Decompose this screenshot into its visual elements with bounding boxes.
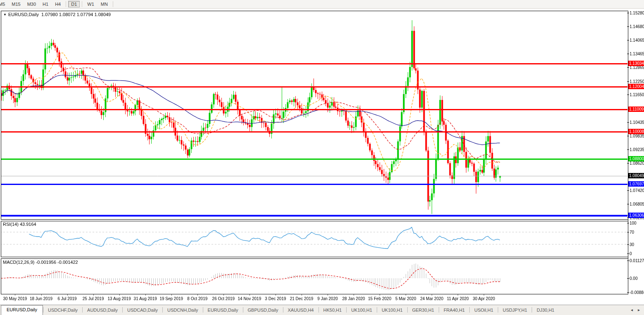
timeframe-button-mn[interactable]: MN: [98, 1, 111, 7]
date-axis-label: 5 Mar 2020: [395, 296, 416, 301]
macd-axis-label: 0.011277: [630, 258, 644, 263]
timeframe-button-m15[interactable]: M15: [9, 1, 23, 7]
tab-ger30-h1[interactable]: GER30,H1: [408, 306, 439, 315]
date-axis-label: 18 Jun 2019: [30, 296, 52, 301]
chart-symbol: EURUSD,Daily: [8, 12, 39, 17]
date-axis-label: 9 Jan 2020: [317, 296, 338, 301]
date-axis-label: 8 Oct 2019: [187, 296, 207, 301]
price-axis-label: 1.13465: [630, 52, 644, 56]
date-axis-label: 11 Apr 2020: [447, 296, 469, 301]
symbol-tab-bar: EURUSD,DailyUSDCHF,DailyAUDUSD,DailyUSDC…: [0, 305, 644, 315]
date-axis-label: 19 Sep 2019: [159, 296, 183, 301]
price-axis-label: 1.12250: [630, 79, 644, 84]
current-price-badge: 1.08049: [628, 173, 644, 178]
macd-axis-label: 0.00: [630, 276, 637, 281]
rsi-axis-label: 0: [630, 251, 632, 256]
price-axis-label: 1.11650: [630, 92, 644, 97]
date-axis-label: 31 Aug 2019: [134, 296, 157, 301]
tab-usdcad-daily[interactable]: USDCAD,Daily: [123, 306, 162, 315]
tab-scroll-left-icon[interactable]: ◂: [631, 308, 633, 312]
date-axis-label: 28 Jan 2020: [342, 296, 365, 301]
date-axis-label: 26 Oct 2019: [212, 296, 235, 301]
tab-scroll-arrows: ◂▸: [631, 308, 644, 315]
macd-axis-label: -0.00884: [630, 290, 644, 295]
price-axis-label: 1.08620: [630, 161, 644, 166]
price-axis-label: 1.06805: [630, 202, 644, 206]
price-axis-label: 1.14680: [630, 24, 644, 29]
tab-gbpusd-daily[interactable]: GBPUSD,Daily: [243, 306, 283, 315]
rsi-axis-label: 30: [630, 242, 634, 247]
chart-title: ▼EURUSD,Daily 1.07980 1.08072 1.07794 1.…: [3, 12, 111, 17]
date-axis-label: 30 May 2019: [3, 296, 27, 301]
date-axis-label: 13 Aug 2019: [108, 296, 131, 301]
timeframe-button-d1[interactable]: D1: [68, 1, 80, 7]
price-axis-label: 1.15280: [630, 11, 644, 15]
toolbar-separator: [66, 1, 66, 7]
rsi-axis-label: 70: [630, 230, 634, 234]
price-level-badge: 1.07697: [628, 181, 644, 187]
rsi-label: RSI(14) 43.9164: [3, 222, 36, 227]
date-axis-label: 25 Jul 2019: [83, 296, 104, 301]
price-level-badge: 1.11009: [628, 107, 644, 112]
chart-dropdown-icon: ▼: [3, 13, 7, 17]
timeframe-button-w1[interactable]: W1: [84, 1, 97, 7]
tab-xauusd-h4[interactable]: XAUUSD,H4: [283, 306, 318, 315]
date-axis-label: 24 Mar 2020: [420, 296, 443, 301]
chart-ohlc-values: 1.07980 1.08072 1.07794 1.08049: [41, 12, 111, 17]
tab-eurusd-daily[interactable]: EURUSD,Daily: [203, 306, 243, 315]
tab-eurusd-daily[interactable]: EURUSD,Daily: [1, 305, 43, 315]
price-level-badge: 1.06306: [628, 213, 644, 218]
timeframe-button-h1[interactable]: H1: [40, 1, 51, 7]
toolbar-separator: [113, 1, 113, 7]
date-axis-label: 15 Feb 2020: [368, 296, 391, 301]
tab-usdjpy-h1[interactable]: USDJPY,H1: [498, 306, 532, 315]
rsi-axis-label: 100: [630, 221, 637, 225]
price-axis-label: 1.09235: [630, 147, 644, 152]
tab-uk100-h1[interactable]: UK100,H1: [347, 306, 377, 315]
tab-fra40-h1[interactable]: FRA40,H1: [439, 306, 469, 315]
price-axis-label: 1.10435: [630, 120, 644, 125]
date-axis-label: 6 Jul 2019: [57, 296, 76, 301]
price-level-badge: 1.08800: [628, 156, 644, 161]
price-axis-label: 1.07420: [630, 188, 644, 193]
date-axis-label: 14 Nov 2019: [238, 296, 261, 301]
price-level-badge: 1.12004: [628, 84, 644, 89]
timeframe-button-m30[interactable]: M30: [24, 1, 39, 7]
timeframe-button-m5[interactable]: M5: [0, 1, 8, 7]
tab-scroll-right-icon[interactable]: ▸: [638, 308, 640, 312]
tab-usdcnh-daily[interactable]: USDCNH,Daily: [163, 306, 203, 315]
date-axis-label: 30 Apr 2020: [473, 296, 495, 301]
timeframe-toolbar: M5M15M30H1H4D1W1MN: [0, 0, 644, 9]
macd-label: MACD(12,26,9) -0.001956 -0.001422: [3, 260, 78, 265]
tab-usoil-h1[interactable]: USOil,H1: [470, 306, 498, 315]
toolbar-separator: [82, 1, 82, 7]
tab-dj30-h1[interactable]: DJ30,H1: [532, 306, 559, 315]
chart-canvas[interactable]: [0, 0, 644, 315]
tab-audusd-daily[interactable]: AUDUSD,Daily: [83, 306, 122, 315]
date-axis-label: 3 Dec 2019: [265, 296, 286, 301]
price-level-badge: 1.10008: [628, 129, 644, 134]
tab-usdchf-daily[interactable]: USDCHF,Daily: [43, 306, 82, 315]
timeframe-button-h4[interactable]: H4: [52, 1, 64, 7]
date-axis-label: 21 Dec 2019: [290, 296, 314, 301]
tab-uk100-h1[interactable]: UK100,H1: [377, 306, 407, 315]
price-axis-label: 1.14065: [630, 38, 644, 43]
tab-hk50-h1[interactable]: HK50,H1: [319, 306, 347, 315]
price-level-badge: 1.13034: [628, 61, 644, 66]
price-axis-label: 1.09835: [630, 134, 644, 138]
